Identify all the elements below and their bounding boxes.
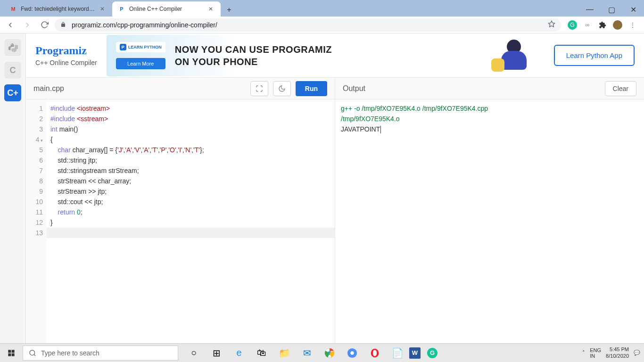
tab-title: Online C++ Compiler xyxy=(129,6,206,12)
c-lang-button[interactable]: C xyxy=(4,62,21,79)
svg-rect-1 xyxy=(8,350,11,353)
page-subtitle: C++ Online Compiler xyxy=(35,59,97,66)
gmail-icon: M xyxy=(9,5,17,13)
svg-rect-4 xyxy=(12,353,15,356)
window-controls: — ▢ ✕ xyxy=(579,2,644,16)
page-header: Programiz C++ Online Compiler P LEARN PY… xyxy=(26,33,644,78)
banner-text: NOW YOU CAN USE PROGRAMIZ ON YOUR PHONE xyxy=(175,43,332,68)
explorer-icon[interactable]: 📁 xyxy=(273,344,295,362)
word-icon[interactable]: W xyxy=(409,347,421,359)
code-editor[interactable]: 1234 ▾5678910111213 #include <iostream>#… xyxy=(26,99,335,343)
back-button[interactable] xyxy=(4,18,17,32)
taskbar-search[interactable]: Type here to search xyxy=(23,346,178,361)
browser-tab[interactable]: M Fwd: techiedelight keywords list ✕ xyxy=(4,1,112,16)
dark-mode-button[interactable] xyxy=(273,81,291,96)
taskbar-apps: ○ ⊞ e 🛍 📁 ✉ 📄 W G xyxy=(183,344,443,362)
extension-icons: G ∞ ⋮ xyxy=(565,20,640,30)
svg-rect-3 xyxy=(8,353,11,356)
line-gutter: 1234 ▾5678910111213 xyxy=(26,99,47,343)
learn-python-app-button[interactable]: Learn Python App xyxy=(554,45,635,66)
notepad-icon[interactable]: 📄 xyxy=(387,344,408,362)
tab-title: Fwd: techiedelight keywords list xyxy=(21,6,97,12)
output-panel: Output Clear g++ -o /tmp/9fXO7E95K4.o /t… xyxy=(335,78,644,343)
extension-icon[interactable]: ∞ xyxy=(583,20,592,30)
programiz-icon: P xyxy=(118,5,125,13)
store-icon[interactable]: 🛍 xyxy=(251,344,272,362)
python-lang-button[interactable] xyxy=(4,39,21,56)
language-indicator[interactable]: ENG IN xyxy=(590,347,601,359)
editor-header: main.cpp Run xyxy=(26,78,335,99)
tray-chevron-icon[interactable]: ˄ xyxy=(582,350,585,356)
notifications-icon[interactable]: 💬 xyxy=(634,350,640,356)
browser-nav-bar: programiz.com/cpp-programming/online-com… xyxy=(0,16,644,33)
grammarly-icon[interactable]: G xyxy=(568,20,577,30)
ie-icon[interactable]: e xyxy=(228,344,250,362)
page-main: Programiz C++ Online Compiler P LEARN PY… xyxy=(26,33,644,343)
address-bar[interactable]: programiz.com/cpp-programming/online-com… xyxy=(55,18,561,32)
opera-icon[interactable] xyxy=(364,344,386,362)
run-button[interactable]: Run xyxy=(296,81,327,96)
svg-point-5 xyxy=(30,350,35,355)
chrome-icon[interactable] xyxy=(319,344,340,362)
editor-panel: main.cpp Run 1234 ▾5678910111213 #includ… xyxy=(26,78,335,343)
fullscreen-button[interactable] xyxy=(250,81,268,96)
learn-more-button[interactable]: Learn More xyxy=(116,58,165,69)
lock-icon xyxy=(60,21,67,29)
search-icon xyxy=(29,349,36,357)
close-button[interactable]: ✕ xyxy=(622,2,644,16)
svg-point-12 xyxy=(373,350,377,356)
output-title: Output xyxy=(343,84,365,93)
extensions-menu-icon[interactable] xyxy=(598,20,607,30)
chromium-icon[interactable] xyxy=(341,344,363,362)
chrome-menu-icon[interactable]: ⋮ xyxy=(628,20,637,30)
url-text: programiz.com/cpp-programming/online-com… xyxy=(72,21,217,29)
svg-point-10 xyxy=(350,351,354,354)
cursor xyxy=(380,126,381,133)
taskview-icon[interactable]: ⊞ xyxy=(206,344,227,362)
editor-area: main.cpp Run 1234 ▾5678910111213 #includ… xyxy=(26,78,644,343)
grammarly-task-icon[interactable]: G xyxy=(421,344,443,362)
banner-illustration xyxy=(488,40,535,73)
page-content: C C+ Programiz C++ Online Compiler P LEA… xyxy=(0,33,644,343)
forward-button[interactable] xyxy=(21,18,34,32)
output-header: Output Clear xyxy=(335,78,644,99)
start-button[interactable] xyxy=(0,344,23,362)
browser-tab[interactable]: P Online C++ Compiler ✕ xyxy=(112,1,221,16)
reload-button[interactable] xyxy=(38,18,51,32)
cpp-lang-button[interactable]: C+ xyxy=(4,84,21,101)
close-icon[interactable]: ✕ xyxy=(208,6,215,12)
cortana-icon[interactable]: ○ xyxy=(183,344,205,362)
logo[interactable]: Programiz xyxy=(35,44,97,57)
system-tray: ˄ ENG IN 5:45 PM 8/10/2020 💬 xyxy=(582,346,644,359)
clock[interactable]: 5:45 PM 8/10/2020 xyxy=(606,346,629,359)
svg-line-6 xyxy=(34,354,35,356)
output-content[interactable]: g++ -o /tmp/9fXO7E95K4.o /tmp/9fXO7E95K4… xyxy=(335,99,644,343)
bookmark-icon[interactable] xyxy=(548,20,555,29)
logo-area: Programiz C++ Online Compiler xyxy=(35,44,97,66)
language-rail: C C+ xyxy=(0,33,26,343)
minimize-button[interactable]: — xyxy=(579,2,601,16)
banner-badge: P LEARN PYTHON xyxy=(116,42,165,52)
maximize-button[interactable]: ▢ xyxy=(601,2,622,16)
code-content[interactable]: #include <iostream>#include <sstream>int… xyxy=(47,99,335,343)
svg-marker-0 xyxy=(548,21,554,27)
windows-taskbar: Type here to search ○ ⊞ e 🛍 📁 ✉ 📄 W G ˄ … xyxy=(0,343,644,362)
svg-rect-2 xyxy=(12,350,15,353)
clear-button[interactable]: Clear xyxy=(605,81,636,96)
filename-label: main.cpp xyxy=(33,84,64,93)
new-tab-button[interactable]: + xyxy=(223,3,236,16)
browser-tab-strip: M Fwd: techiedelight keywords list ✕ P O… xyxy=(0,0,644,16)
close-icon[interactable]: ✕ xyxy=(100,6,107,12)
profile-avatar[interactable] xyxy=(613,20,622,30)
promo-banner[interactable]: P LEARN PYTHON Learn More NOW YOU CAN US… xyxy=(107,35,545,76)
mail-icon[interactable]: ✉ xyxy=(296,344,318,362)
